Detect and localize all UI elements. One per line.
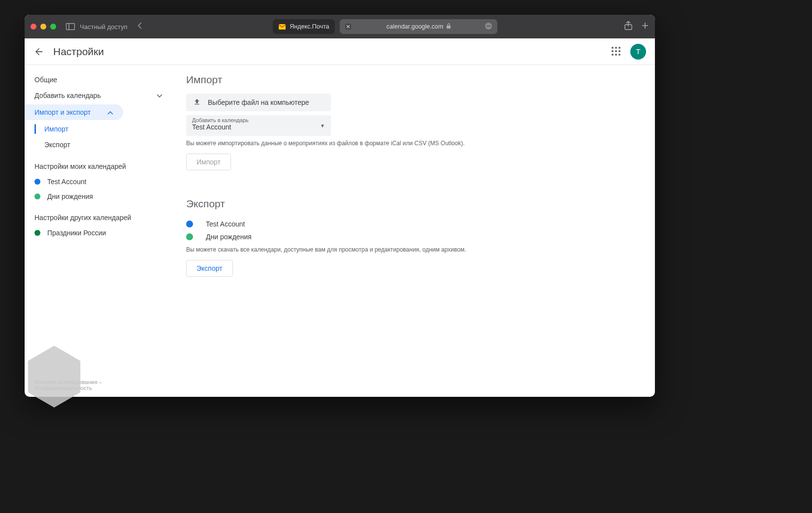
dropdown-caret-icon: ▼ — [320, 123, 325, 128]
export-button[interactable]: Экспорт — [186, 260, 233, 277]
calendar-label: Test Account — [47, 178, 86, 186]
page-title: Настройки — [53, 46, 104, 58]
calendar-color-dot — [34, 230, 40, 236]
private-browsing-label: Частный доступ — [80, 23, 128, 31]
export-section-title: Экспорт — [186, 198, 643, 210]
sidebar-calendar-item[interactable]: Дни рождения — [25, 189, 172, 204]
mail-favicon — [279, 23, 286, 30]
calendar-color-dot — [34, 179, 40, 185]
select-label: Добавить в календарь — [192, 117, 325, 123]
browser-tab-calendar[interactable]: calendar.google.com — [340, 19, 497, 34]
browser-window: Частный доступ Яндекс.Почта calendar.goo… — [25, 15, 655, 397]
calendar-color-dot — [186, 221, 193, 227]
browser-back-button[interactable] — [137, 22, 142, 32]
calendar-label: Дни рождения — [206, 233, 252, 241]
file-picker-button[interactable]: Выберите файл на компьютере — [186, 94, 331, 111]
back-arrow-button[interactable] — [33, 46, 44, 57]
sidebar-heading-other-calendars: Настройки других календарей — [25, 204, 172, 225]
calendar-label: Test Account — [206, 220, 245, 228]
browser-tabs: Яндекс.Почта calendar.google.com — [151, 19, 619, 34]
window-controls — [31, 24, 56, 30]
calendar-color-dot — [34, 193, 40, 199]
new-tab-icon[interactable] — [641, 22, 649, 32]
svg-point-8 — [489, 26, 490, 27]
calendar-label: Праздники России — [47, 229, 106, 237]
close-window-button[interactable] — [31, 24, 36, 30]
calendar-select[interactable]: Добавить в календарь Test Account ▼ — [186, 115, 331, 136]
sidebar-heading-my-calendars: Настройки моих календарей — [25, 153, 172, 174]
upload-icon — [193, 98, 201, 107]
site-favicon — [345, 23, 352, 30]
sidebar-calendar-item[interactable]: Праздники России — [25, 225, 172, 240]
browser-tab-yandex[interactable]: Яндекс.Почта — [273, 19, 335, 34]
svg-rect-0 — [66, 24, 75, 30]
calendar-label: Дни рождения — [47, 192, 93, 200]
avatar[interactable]: T — [630, 44, 646, 60]
tab-label: Яндекс.Почта — [290, 23, 329, 30]
sidebar-calendar-item[interactable]: Test Account — [25, 174, 172, 189]
fullscreen-window-button[interactable] — [50, 24, 56, 30]
settings-main: Импорт Выберите файл на компьютере Добав… — [172, 65, 655, 397]
sidebar-item-import-export[interactable]: Импорт и экспорт — [25, 104, 123, 120]
app-header: Настройки T — [25, 38, 655, 65]
decorative-hexagon — [25, 345, 84, 409]
lock-icon — [446, 23, 451, 31]
svg-marker-10 — [28, 346, 80, 407]
sidebar-item-add-calendar[interactable]: Добавить календарь — [25, 88, 172, 103]
sidebar-item-label: Импорт и экспорт — [34, 108, 91, 116]
chevron-up-icon — [107, 108, 113, 116]
sidebar-subitem-import[interactable]: Импорт — [25, 121, 172, 137]
import-section-title: Импорт — [186, 74, 643, 86]
sidebar-toggle-icon[interactable] — [66, 23, 75, 30]
svg-point-7 — [488, 26, 489, 27]
google-apps-icon[interactable] — [612, 47, 621, 57]
svg-point-6 — [487, 26, 487, 27]
tab-label: calendar.google.com — [387, 23, 443, 30]
sidebar-subitem-export[interactable]: Экспорт — [25, 137, 172, 153]
select-value: Test Account — [192, 123, 325, 131]
calendar-color-dot — [186, 233, 193, 240]
import-help-text: Вы можете импортировать данные о меропри… — [186, 140, 643, 147]
browser-chrome: Частный доступ Яндекс.Почта calendar.goo… — [25, 15, 655, 38]
tab-more-icon[interactable] — [485, 22, 492, 32]
export-help-text: Вы можете скачать все календари, доступн… — [186, 246, 643, 253]
export-calendar-row: Дни рождения — [186, 230, 643, 243]
import-button[interactable]: Импорт — [186, 154, 231, 170]
chevron-down-icon — [157, 92, 162, 99]
svg-rect-4 — [447, 26, 451, 29]
file-picker-label: Выберите файл на компьютере — [208, 98, 309, 106]
export-calendar-row: Test Account — [186, 218, 643, 230]
sidebar-item-label: Добавить календарь — [34, 92, 101, 99]
minimize-window-button[interactable] — [40, 24, 46, 30]
sidebar-item-general[interactable]: Общие — [25, 72, 172, 88]
share-icon[interactable] — [624, 21, 632, 32]
